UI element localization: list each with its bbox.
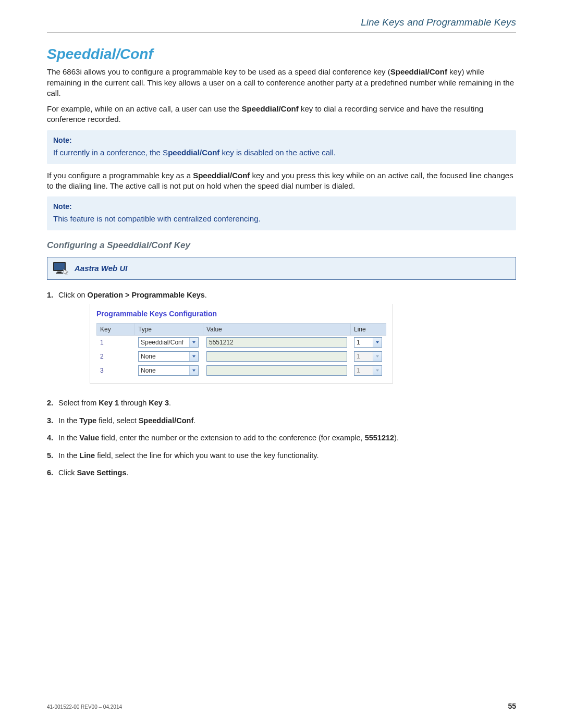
line-select-disabled: 1 <box>354 365 382 376</box>
value-input[interactable]: 5551212 <box>206 337 347 348</box>
text: . <box>205 291 207 299</box>
step-1: Click on Operation > Programmable Keys. … <box>47 287 516 395</box>
bold: Speeddial/Conf <box>139 416 194 425</box>
bold-speeddialconf: peeddial/Conf <box>168 148 219 157</box>
config-table: Key Type Value Line 1 Speeddial/Conf <box>96 323 386 378</box>
text: . <box>169 399 171 407</box>
monitor-icon <box>53 262 68 275</box>
text: Click on <box>58 291 88 299</box>
select-value: 1 <box>357 366 360 375</box>
bold: Key 1 <box>99 399 119 407</box>
steps-list: Click on Operation > Programmable Keys. … <box>47 287 516 482</box>
section-title: Speeddial/Conf <box>47 44 516 64</box>
input-value: 5551212 <box>209 338 234 347</box>
step-3: In the Type field, select Speeddial/Conf… <box>47 413 516 430</box>
table-row: 1 Speeddial/Conf 5551212 1 <box>97 336 386 350</box>
subsection-title: Configuring a Speeddial/Conf Key <box>47 240 516 252</box>
chevron-down-icon <box>189 338 198 347</box>
select-value: None <box>141 352 156 361</box>
type-cell: None <box>135 364 203 378</box>
bold: Key 3 <box>149 399 169 407</box>
text: Select from <box>58 399 99 407</box>
note-box-1: Note: If currently in a conference, the … <box>47 130 516 164</box>
text: field, select the line for which you wan… <box>95 451 319 460</box>
line-cell: 1 <box>350 364 386 378</box>
svg-rect-3 <box>56 273 63 274</box>
note-heading: Note: <box>53 202 510 212</box>
note-box-2: Note: This feature is not compatible wit… <box>47 196 516 230</box>
text: Click <box>58 468 77 477</box>
config-title: Programmable Keys Configuration <box>90 304 393 323</box>
select-value: None <box>141 366 156 375</box>
value-input[interactable] <box>206 365 347 376</box>
key-cell: 3 <box>97 364 135 378</box>
text: In the <box>58 416 79 425</box>
header-rule <box>47 32 516 33</box>
text: For example, while on an active call, a … <box>47 104 242 113</box>
step-4: In the Value field, enter the number or … <box>47 430 516 448</box>
type-select[interactable]: None <box>138 351 199 362</box>
value-cell: 5551212 <box>203 336 350 350</box>
text: . <box>127 468 129 477</box>
text: In the <box>58 434 79 442</box>
running-header: Line Keys and Programmable Keys <box>47 16 516 32</box>
table-row: 3 None 1 <box>97 364 386 378</box>
line-select[interactable]: 1 <box>354 337 382 348</box>
line-cell: 1 <box>350 336 386 350</box>
footer-docid: 41-001522-00 REV00 – 04.2014 <box>47 704 122 711</box>
step-6: Click Save Settings. <box>47 465 516 483</box>
text: . <box>193 416 195 425</box>
step-2: Select from Key 1 through Key 3. <box>47 395 516 413</box>
paragraph-3: If you configure a programmable key as a… <box>47 170 516 192</box>
col-key: Key <box>97 323 135 335</box>
bold: Value <box>79 434 99 442</box>
text: If currently in a conference, the S <box>53 148 168 157</box>
note-text: This feature is not compatible with cent… <box>53 214 510 224</box>
page-number: 55 <box>508 701 516 711</box>
col-type: Type <box>135 323 203 335</box>
value-input[interactable] <box>206 351 347 362</box>
table-header-row: Key Type Value Line <box>97 323 386 335</box>
config-screenshot: Programmable Keys Configuration Key Type… <box>90 304 393 384</box>
value-cell <box>203 364 350 378</box>
webui-label: Aastra Web UI <box>75 263 127 274</box>
select-value: Speeddial/Conf <box>141 338 183 347</box>
type-cell: None <box>135 350 203 364</box>
step-5: In the Line field, select the line for w… <box>47 448 516 465</box>
text: The 6863i allows you to configure a prog… <box>47 67 390 76</box>
text: key is disabled on the active call. <box>219 148 336 157</box>
chevron-down-icon <box>189 366 198 375</box>
text: field, enter the number or the extension… <box>99 434 364 442</box>
select-value: 1 <box>357 338 360 347</box>
bold-path: Operation > Programmable Keys <box>88 291 205 299</box>
text: field, select <box>96 416 139 425</box>
paragraph-1: The 6863i allows you to configure a prog… <box>47 67 516 98</box>
text: through <box>119 399 149 407</box>
bold-speeddialconf: Speeddial/Conf <box>242 104 299 113</box>
note-heading: Note: <box>53 135 510 145</box>
value-cell <box>203 350 350 364</box>
chevron-down-icon <box>373 352 382 361</box>
chevron-down-icon <box>373 338 382 347</box>
chevron-down-icon <box>373 366 382 375</box>
type-select[interactable]: Speeddial/Conf <box>138 337 199 348</box>
bold: 5551212 <box>365 434 394 442</box>
type-cell: Speeddial/Conf <box>135 336 203 350</box>
select-value: 1 <box>357 352 360 361</box>
type-select[interactable]: None <box>138 365 199 376</box>
text: If you configure a programmable key as a <box>47 171 193 180</box>
col-line: Line <box>350 323 386 335</box>
bold: Save Settings <box>77 468 126 477</box>
page-footer: 41-001522-00 REV00 – 04.2014 55 <box>47 701 516 711</box>
line-cell: 1 <box>350 350 386 364</box>
text: In the <box>58 451 79 460</box>
bold: Type <box>79 416 96 425</box>
col-value: Value <box>203 323 350 335</box>
key-cell: 1 <box>97 336 135 350</box>
bold-speeddialconf: Speeddial/Conf <box>390 67 447 76</box>
webui-banner: Aastra Web UI <box>47 257 516 280</box>
bold-speeddialconf: Speeddial/Conf <box>193 171 250 180</box>
key-cell: 2 <box>97 350 135 364</box>
bold: Line <box>79 451 95 460</box>
line-select-disabled: 1 <box>354 351 382 362</box>
